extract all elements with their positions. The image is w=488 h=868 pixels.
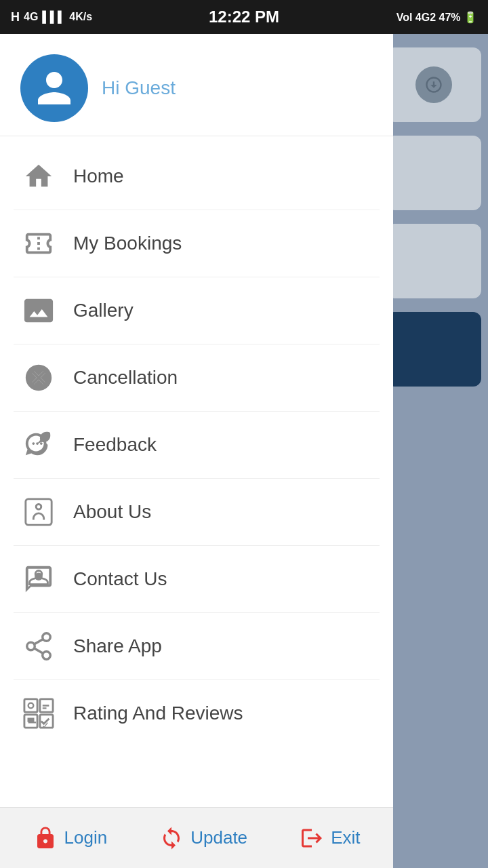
navigation-drawer: Hi Guest Home My Bookings Gallery (0, 34, 393, 868)
status-right: Vol 4G2 47% 🔋 (396, 11, 477, 24)
bottom-bar: Login Update Exit (0, 807, 393, 868)
svg-point-5 (43, 633, 51, 642)
svg-point-6 (27, 642, 35, 650)
bg-card-2 (386, 136, 481, 210)
status-left: H 4G ▌▌▌ 4K/s (11, 10, 92, 24)
feedback-label: Feedback (73, 434, 157, 456)
svg-line-9 (34, 639, 43, 644)
menu-item-bookings[interactable]: My Bookings (0, 210, 393, 277)
exit-icon (300, 826, 324, 850)
rating-icon: ✓ (20, 695, 57, 732)
menu-item-cancellation[interactable]: Cancellation (0, 344, 393, 411)
menu-list: Home My Bookings Gallery Cancellation (0, 136, 393, 807)
menu-item-about[interactable]: About Us (0, 479, 393, 545)
rating-label: Rating And Reviews (73, 703, 243, 724)
share-icon (20, 628, 57, 665)
contact-icon (20, 561, 57, 597)
bg-card-dark (386, 312, 481, 387)
gallery-icon (20, 292, 57, 329)
menu-item-share[interactable]: Share App (0, 613, 393, 679)
menu-item-rating[interactable]: ✓ Rating And Reviews (0, 680, 393, 747)
cancel-icon (20, 359, 57, 396)
menu-item-gallery[interactable]: Gallery (0, 277, 393, 344)
menu-item-contact[interactable]: Contact Us (0, 546, 393, 612)
about-icon (20, 494, 57, 530)
greeting-text: Hi Guest (102, 77, 176, 99)
battery-icon: Vol 4G2 47% 🔋 (396, 11, 477, 24)
svg-rect-10 (24, 699, 37, 712)
bookings-label: My Bookings (73, 233, 182, 254)
signal-icon: H (11, 10, 20, 24)
svg-rect-1 (26, 499, 52, 525)
svg-point-7 (43, 652, 51, 660)
bg-card-3 (386, 224, 481, 298)
login-button[interactable]: Login (22, 819, 119, 857)
home-label: Home (73, 165, 124, 187)
update-button[interactable]: Update (148, 819, 258, 857)
cancellation-label: Cancellation (73, 367, 178, 389)
background-content (380, 34, 488, 868)
ticket-icon (20, 225, 57, 262)
exit-label: Exit (331, 827, 360, 848)
login-icon (33, 826, 58, 850)
gallery-label: Gallery (73, 300, 134, 321)
svg-point-14 (28, 703, 34, 709)
about-label: About Us (73, 501, 151, 523)
clock: 12:22 PM (209, 7, 279, 26)
update-label: Update (190, 827, 247, 848)
feedback-icon (20, 427, 57, 463)
bg-icon-1 (415, 66, 452, 103)
share-label: Share App (73, 635, 162, 657)
home-icon (20, 158, 57, 195)
svg-line-8 (34, 648, 43, 654)
menu-item-home[interactable]: Home (0, 143, 393, 210)
status-bar: H 4G ▌▌▌ 4K/s 12:22 PM Vol 4G2 47% 🔋 (0, 0, 488, 34)
drawer-header: Hi Guest (0, 34, 393, 136)
signal-bars: ▌▌▌ (42, 11, 65, 23)
avatar[interactable] (20, 54, 88, 122)
login-label: Login (64, 827, 108, 848)
bg-card-1 (386, 47, 481, 122)
menu-item-feedback[interactable]: Feedback (0, 412, 393, 478)
4g-icon: 4G (24, 11, 38, 23)
speed-label: 4K/s (69, 11, 92, 23)
update-icon (159, 826, 184, 850)
svg-point-2 (36, 505, 41, 510)
user-icon (34, 68, 75, 108)
exit-button[interactable]: Exit (289, 819, 371, 857)
contact-label: Contact Us (73, 568, 167, 590)
